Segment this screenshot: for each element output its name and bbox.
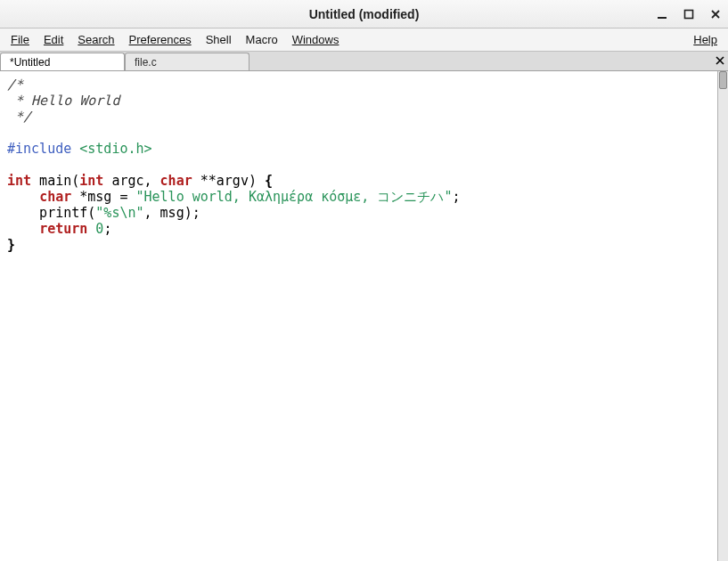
code-text: printf(: [7, 205, 95, 221]
menu-file[interactable]: File: [4, 30, 37, 49]
tab-close-icon[interactable]: [714, 54, 726, 69]
menubar: File Edit Search Preferences Shell Macro…: [0, 28, 728, 52]
keyword: int: [7, 173, 31, 189]
keyword: char: [39, 189, 71, 205]
scrollbar-thumb[interactable]: [719, 71, 727, 89]
code-text: argc,: [103, 173, 160, 189]
indent: [7, 189, 39, 205]
menu-edit[interactable]: Edit: [37, 30, 70, 49]
string-literal: "Hello world, Καλημέρα κόσμε, コンニチハ": [136, 189, 453, 205]
menu-preferences[interactable]: Preferences: [122, 30, 199, 49]
menu-macro[interactable]: Macro: [239, 30, 285, 49]
keyword: char: [160, 173, 192, 189]
minimize-button[interactable]: [655, 7, 669, 21]
tab-filec-label: file.c: [135, 56, 157, 69]
code-text: ;: [452, 189, 460, 205]
tab-untitled[interactable]: *Untitled: [0, 53, 125, 70]
menu-file-label: File: [11, 33, 29, 46]
menu-macro-label: Macro: [246, 33, 278, 46]
editor-wrap: /* * Hello World */ #include <stdio.h> i…: [0, 71, 728, 561]
tab-filec[interactable]: file.c: [125, 53, 249, 70]
comment-line: /*: [7, 77, 23, 93]
svg-rect-1: [685, 10, 693, 18]
code-text: ;: [103, 221, 111, 237]
window-title: Untitled (modified): [309, 7, 420, 21]
comment-line: * Hello World: [7, 93, 119, 109]
vertical-scrollbar[interactable]: [717, 71, 728, 561]
menu-help[interactable]: Help: [686, 30, 724, 49]
code-text: , msg);: [144, 205, 200, 221]
titlebar: Untitled (modified): [0, 0, 728, 28]
code-editor[interactable]: /* * Hello World */ #include <stdio.h> i…: [0, 71, 717, 561]
code-text: *msg =: [71, 189, 135, 205]
keyword: return: [39, 221, 87, 237]
comment-line: */: [7, 109, 31, 125]
menu-shell[interactable]: Shell: [199, 30, 239, 49]
close-button[interactable]: [708, 7, 723, 21]
tab-untitled-label: *Untitled: [10, 56, 50, 69]
menu-edit-label: Edit: [44, 33, 63, 46]
menu-help-label: Help: [693, 33, 717, 46]
string-literal: "%s\n": [95, 205, 143, 221]
maximize-button[interactable]: [682, 7, 696, 21]
code-text: **argv): [192, 173, 265, 189]
menu-search-label: Search: [78, 33, 114, 46]
preprocessor: #include: [7, 141, 79, 157]
indent: [7, 221, 39, 237]
keyword: int: [79, 173, 103, 189]
include-file: <stdio.h>: [79, 141, 151, 157]
code-text: main(: [31, 173, 79, 189]
brace: }: [7, 237, 15, 253]
menu-search[interactable]: Search: [70, 30, 121, 49]
menu-preferences-label: Preferences: [129, 33, 192, 46]
brace: {: [265, 173, 273, 189]
menu-shell-label: Shell: [206, 33, 232, 46]
menu-windows-label: Windows: [292, 33, 339, 46]
code-text: [87, 221, 95, 237]
window-controls: [655, 7, 723, 21]
menu-windows[interactable]: Windows: [285, 30, 347, 49]
tabbar: *Untitled file.c: [0, 52, 728, 71]
